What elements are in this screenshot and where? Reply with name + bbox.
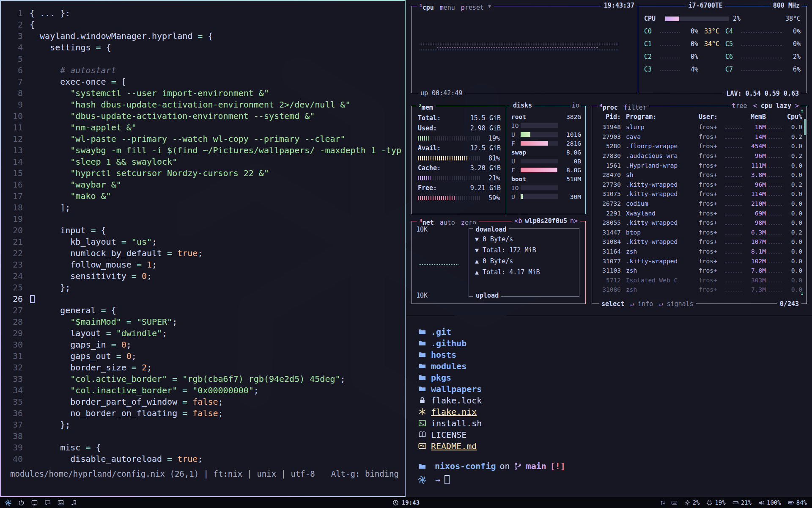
editor-line[interactable]: 36 no_border_on_floating = false;: [5, 408, 402, 419]
drive-icon: [732, 500, 739, 506]
process-row[interactable]: 26732codiumfros+210M0.0: [597, 199, 802, 209]
process-scrollbar[interactable]: [804, 119, 806, 135]
net-next-interface-button[interactable]: n>: [570, 217, 578, 225]
editor-line[interactable]: 22 numlock_by_default = true;: [5, 248, 402, 259]
footer-signals-button[interactable]: ↵ signals: [659, 300, 693, 308]
prompt-input-line[interactable]: →: [418, 474, 800, 486]
process-row[interactable]: 28470shfros+3.8M0.0: [597, 170, 802, 180]
editor-line[interactable]: 28 "$mainMod" = "SUPER";: [5, 316, 402, 328]
editor-line[interactable]: 4 settings = {: [5, 42, 402, 53]
memory-total-row: Total: 15.5 GiB: [418, 113, 501, 123]
process-row[interactable]: 31447btopfros+6.3M0.2: [597, 228, 802, 237]
footer-select-button[interactable]: select: [601, 300, 624, 308]
process-row[interactable]: 27730.kitty-wrappedfros+96M0.2: [597, 180, 802, 190]
editor-line[interactable]: 16 "waybar &": [5, 179, 402, 190]
editor-line[interactable]: 25 };: [5, 282, 402, 293]
process-row[interactable]: 27830.audacious-wrafros+96M0.2: [597, 151, 802, 161]
disks-io-toggle[interactable]: io: [570, 102, 581, 109]
volume-widget[interactable]: 100%: [758, 499, 781, 506]
editor-line[interactable]: 26: [5, 293, 402, 305]
process-row[interactable]: 31086zshfros+7.3M0.0: [597, 285, 802, 295]
process-row[interactable]: 31084.kitty-wrappedfros+107M0.0: [597, 237, 802, 247]
process-row[interactable]: 31103zshfros+7.8M0.0: [597, 266, 802, 276]
editor-line[interactable]: 20 input = {: [5, 225, 402, 236]
tree-toggle-button[interactable]: tree: [732, 102, 747, 110]
chip-icon: [706, 500, 713, 506]
editor-line[interactable]: 7 exec-once = [: [5, 76, 402, 88]
editor-line[interactable]: 19: [5, 213, 402, 225]
memory-usage-widget[interactable]: 19%: [706, 499, 725, 506]
editor-window[interactable]: 1{ ... }:2{3 wayland.windowManager.hyprl…: [0, 0, 406, 497]
editor-line[interactable]: 13 "swaybg -m fill -i $(find ~/Pictures/…: [5, 145, 402, 156]
editor-line[interactable]: 38: [5, 431, 402, 442]
network-traffic-icon[interactable]: [660, 500, 666, 506]
folder-icon: [418, 362, 431, 370]
editor-line[interactable]: 17 "mako &": [5, 190, 402, 202]
process-row[interactable]: 27903cavafros+14M0.2: [597, 132, 802, 142]
editor-line[interactable]: 27 general = {: [5, 305, 402, 316]
editor-line[interactable]: 15 "hyprctl setcursor Nordzy-cursors 22 …: [5, 168, 402, 179]
editor-line[interactable]: 40 disable_autoreload = true;: [5, 453, 402, 465]
editor-line[interactable]: 5: [5, 53, 402, 65]
editor-line[interactable]: 24 sensitivity = 0;: [5, 271, 402, 282]
editor-line[interactable]: 23 follow_mouse = 1;: [5, 259, 402, 271]
cpu-core-row: C10%34°CC50%: [644, 38, 801, 50]
editor-line[interactable]: 39 misc = {: [5, 442, 402, 453]
disk-usage-widget[interactable]: 21%: [732, 499, 752, 506]
net-auto-button[interactable]: auto: [440, 218, 455, 227]
process-row[interactable]: 5712Isolated Web Cfros+303M0.0: [597, 276, 802, 285]
net-prev-interface-button[interactable]: <b: [515, 217, 522, 225]
sort-prev-button[interactable]: <: [753, 102, 757, 110]
power-icon[interactable]: [18, 500, 25, 506]
process-row[interactable]: 31948slurpfros+16M0.0: [597, 122, 802, 132]
editor-line[interactable]: 29 layout = "dwindle";: [5, 328, 402, 339]
editor-line[interactable]: 10 "dbus-update-activation-environment -…: [5, 110, 402, 122]
process-row[interactable]: 5280.floorp-wrappefros+454M0.0: [597, 141, 802, 151]
editor-line[interactable]: 12 "wl-paste --primary --watch wl-copy -…: [5, 133, 402, 145]
scroll-down-indicator[interactable]: ↓: [800, 289, 804, 297]
btop-window[interactable]: 1cpu menu preset * 19:43:37 - 500ms + up…: [406, 0, 812, 315]
scroll-up-indicator[interactable]: ↑: [800, 107, 804, 115]
editor-line[interactable]: 30 gaps_in = 0;: [5, 339, 402, 351]
sort-next-button[interactable]: >: [795, 102, 799, 110]
editor-line[interactable]: 18 ];: [5, 202, 402, 213]
process-row[interactable]: 2291Xwaylandfros+69M0.0: [597, 208, 802, 218]
filter-button[interactable]: filter: [624, 103, 647, 112]
process-row[interactable]: 1561.Hyprland-wrapfros+111M0.0: [597, 160, 802, 170]
cpu-usage-widget[interactable]: 2%: [684, 499, 700, 506]
preset-button[interactable]: preset *: [461, 3, 491, 12]
menu-button[interactable]: menu: [440, 3, 455, 12]
meter: [418, 156, 480, 160]
process-row[interactable]: 31077.kitty-wrappedfros+102M0.0: [597, 256, 802, 266]
editor-line[interactable]: 3 wayland.windowManager.hyprland = {: [5, 30, 402, 42]
editor-line[interactable]: 33 "col.active_border" = "rgb(cba6f7) rg…: [5, 373, 402, 385]
editor-line[interactable]: 8 "systemctl --user import-environment &…: [5, 88, 402, 99]
nixos-menu-icon[interactable]: [5, 500, 11, 506]
music-player-icon[interactable]: [71, 500, 77, 506]
process-row[interactable]: 31164zshfros+8.1M0.0: [597, 247, 802, 257]
editor-line[interactable]: 31 gaps_out = 0;: [5, 351, 402, 362]
editor-line[interactable]: 1{ ... }:: [5, 8, 402, 19]
battery-widget[interactable]: 84%: [788, 499, 807, 506]
editor-line[interactable]: 2{: [5, 19, 402, 30]
code-text: "hash dbus-update-activation-environment…: [30, 99, 351, 110]
footer-info-button[interactable]: ↵ info: [630, 300, 653, 308]
editor-line[interactable]: 9 "hash dbus-update-activation-environme…: [5, 99, 402, 110]
terminal-window[interactable]: .git.githubhostsmodulespkgswallpapersfla…: [406, 316, 812, 497]
editor-line[interactable]: 34 "col.inactive_border" = "0x00000000";: [5, 385, 402, 396]
editor-line[interactable]: 14 "sleep 1 && swaylock": [5, 156, 402, 168]
process-row[interactable]: 31075.kitty-wrappedfros+114M0.0: [597, 189, 802, 199]
chat-icon[interactable]: [44, 500, 51, 506]
editor-line[interactable]: 37 };: [5, 419, 402, 431]
editor-line[interactable]: 6 # autostart: [5, 65, 402, 76]
editor-line[interactable]: 32 border_size = 2;: [5, 362, 402, 373]
display-icon[interactable]: [31, 500, 38, 506]
code-text: gaps_in = 0;: [30, 339, 132, 351]
editor-line[interactable]: 21 kb_layout = "us";: [5, 236, 402, 248]
screenshot-icon[interactable]: [58, 500, 64, 506]
clock-widget[interactable]: 19:43: [392, 499, 420, 506]
process-row[interactable]: 28055.kitty-wrappedfros+98M0.0: [597, 218, 802, 228]
editor-line[interactable]: 11 "nm-applet &": [5, 122, 402, 133]
editor-line[interactable]: 35 border_part_of_window = false;: [5, 396, 402, 408]
keyboard-layout-icon[interactable]: [671, 500, 678, 506]
